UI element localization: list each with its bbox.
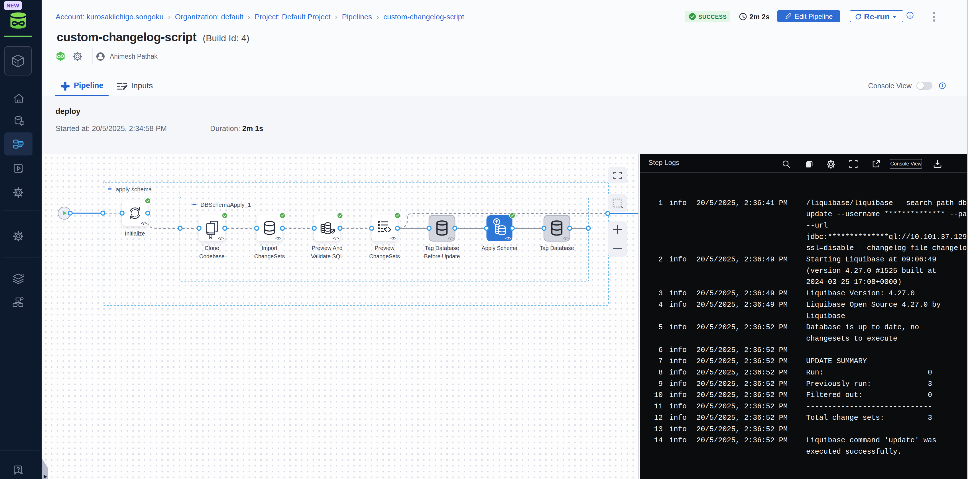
svg-text:</>: </> — [563, 236, 569, 241]
svg-text:Validate SQL: Validate SQL — [311, 253, 344, 259]
svg-text:DBSchemaApply_1: DBSchemaApply_1 — [200, 201, 251, 208]
svg-text:Clone: Clone — [205, 245, 219, 251]
svg-text:Preview: Preview — [375, 245, 395, 251]
svg-text:Apply Schema: Apply Schema — [482, 245, 517, 251]
svg-text:Codebase: Codebase — [199, 253, 224, 259]
svg-text:</>: </> — [218, 236, 224, 241]
svg-text:Preview And: Preview And — [312, 245, 342, 251]
svg-text:</>: </> — [505, 236, 511, 241]
svg-text:Tag Database: Tag Database — [539, 245, 574, 251]
svg-text:Tag Database: Tag Database — [425, 245, 459, 251]
svg-text:</>: </> — [333, 236, 339, 241]
svg-text:Import: Import — [262, 245, 278, 251]
svg-text:</>: </> — [275, 236, 282, 241]
svg-text:ChangeSets: ChangeSets — [254, 253, 285, 259]
svg-text:</>: </> — [448, 236, 454, 241]
svg-text:</>: </> — [141, 221, 147, 225]
svg-text:apply schema: apply schema — [116, 186, 152, 192]
svg-text:Initialize: Initialize — [125, 230, 145, 237]
svg-text:ChangeSets: ChangeSets — [369, 253, 400, 259]
svg-text:Before Update: Before Update — [424, 253, 460, 259]
svg-text:</>: </> — [391, 236, 396, 241]
